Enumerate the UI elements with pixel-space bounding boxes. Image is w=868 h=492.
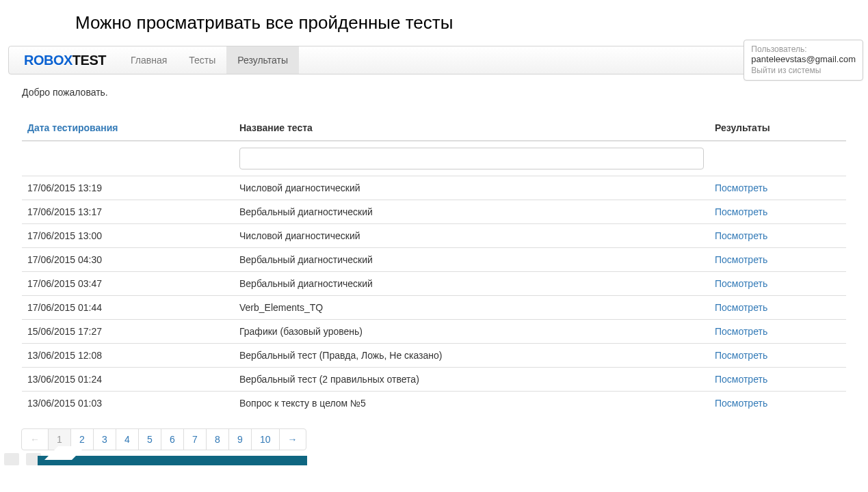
view-link[interactable]: Посмотреть xyxy=(715,230,767,241)
user-label: Пользователь: xyxy=(751,44,856,54)
welcome-text: Добро пожаловать. xyxy=(22,87,846,98)
cell-date: 17/06/2015 01:44 xyxy=(22,296,234,320)
cell-result: Посмотреть xyxy=(709,344,846,368)
cell-name: Вербальный тест (Правда, Ложь, Не сказан… xyxy=(234,344,709,368)
cell-name: Числовой диагностический xyxy=(234,176,709,200)
results-table: Дата тестирования Название теста Результ… xyxy=(22,115,846,415)
cell-name: Графики (базовый уровень) xyxy=(234,320,709,344)
view-link[interactable]: Посмотреть xyxy=(715,254,767,265)
cell-date: 17/06/2015 03:47 xyxy=(22,272,234,296)
view-link[interactable]: Посмотреть xyxy=(715,278,767,289)
logo-part1: ROBOX xyxy=(24,53,73,68)
page-3[interactable]: 3 xyxy=(93,428,116,450)
cell-date: 17/06/2015 13:00 xyxy=(22,224,234,248)
cell-name: Вопрос к тексту в целом №5 xyxy=(234,392,709,415)
page-prev: ← xyxy=(21,428,49,450)
navbar: ROBOXTEST ГлавнаяТестыРезультаты Пользов… xyxy=(8,46,860,74)
cell-name: Verb_Elements_TQ xyxy=(234,296,709,320)
cell-date: 17/06/2015 13:19 xyxy=(22,176,234,200)
user-box: Пользователь: panteleevstas@gmail.com Вы… xyxy=(744,40,863,81)
slide-decoration xyxy=(0,453,868,465)
page-6[interactable]: 6 xyxy=(161,428,184,450)
cell-result: Посмотреть xyxy=(709,176,846,200)
view-link[interactable]: Посмотреть xyxy=(715,326,767,337)
logout-link[interactable]: Выйти из системы xyxy=(751,64,856,75)
page-10[interactable]: 10 xyxy=(251,428,280,450)
user-email: panteleevstas@gmail.com xyxy=(751,54,856,64)
table-row: 17/06/2015 03:47Вербальный диагностическ… xyxy=(22,272,846,296)
nav-items: ГлавнаяТестыРезультаты xyxy=(120,46,299,74)
table-row: 15/06/2015 17:27Графики (базовый уровень… xyxy=(22,320,846,344)
table-row: 17/06/2015 01:44Verb_Elements_TQПосмотре… xyxy=(22,296,846,320)
page-next[interactable]: → xyxy=(279,428,306,450)
cell-name: Числовой диагностический xyxy=(234,224,709,248)
cell-result: Посмотреть xyxy=(709,272,846,296)
table-row: 17/06/2015 13:17Вербальный диагностическ… xyxy=(22,200,846,224)
view-link[interactable]: Посмотреть xyxy=(715,398,767,409)
page-8[interactable]: 8 xyxy=(206,428,229,450)
table-row: 13/06/2015 12:08Вербальный тест (Правда,… xyxy=(22,344,846,368)
nav-link-0[interactable]: Главная xyxy=(120,46,178,74)
cell-date: 13/06/2015 01:03 xyxy=(22,392,234,415)
view-link[interactable]: Посмотреть xyxy=(715,350,767,361)
view-link[interactable]: Посмотреть xyxy=(715,206,767,217)
col-header-name: Название теста xyxy=(234,115,709,141)
cell-result: Посмотреть xyxy=(709,320,846,344)
cell-result: Посмотреть xyxy=(709,368,846,392)
nav-link-1[interactable]: Тесты xyxy=(178,46,226,74)
cell-date: 17/06/2015 04:30 xyxy=(22,248,234,272)
nav-link-2[interactable]: Результаты xyxy=(226,46,299,74)
cell-name: Вербальный диагностический xyxy=(234,272,709,296)
view-link[interactable]: Посмотреть xyxy=(715,182,767,193)
pagination: ←12345678910→ xyxy=(22,428,846,450)
cell-date: 13/06/2015 01:24 xyxy=(22,368,234,392)
cell-result: Посмотреть xyxy=(709,296,846,320)
page-5[interactable]: 5 xyxy=(138,428,161,450)
decor-icon xyxy=(4,453,19,465)
cell-name: Вербальный диагностический xyxy=(234,248,709,272)
cell-result: Посмотреть xyxy=(709,248,846,272)
cell-result: Посмотреть xyxy=(709,224,846,248)
cell-date: 13/06/2015 12:08 xyxy=(22,344,234,368)
cell-name: Вербальный тест (2 правильных ответа) xyxy=(234,368,709,392)
cell-result: Посмотреть xyxy=(709,392,846,415)
page-9[interactable]: 9 xyxy=(228,428,252,450)
view-link[interactable]: Посмотреть xyxy=(715,302,767,313)
cell-result: Посмотреть xyxy=(709,200,846,224)
page-4[interactable]: 4 xyxy=(116,428,139,450)
page-7[interactable]: 7 xyxy=(183,428,207,450)
view-link[interactable]: Посмотреть xyxy=(715,374,767,385)
logo[interactable]: ROBOXTEST xyxy=(9,53,120,68)
cell-date: 17/06/2015 13:17 xyxy=(22,200,234,224)
table-row: 17/06/2015 04:30Вербальный диагностическ… xyxy=(22,248,846,272)
cell-name: Вербальный диагностический xyxy=(234,200,709,224)
filter-row xyxy=(22,141,846,176)
col-header-result: Результаты xyxy=(709,115,846,141)
table-row: 13/06/2015 01:03Вопрос к тексту в целом … xyxy=(22,392,846,415)
logo-part2: TEST xyxy=(73,53,106,68)
page-title: Можно просматривать все пройденные тесты xyxy=(0,0,868,46)
table-row: 17/06/2015 13:00Числовой диагностический… xyxy=(22,224,846,248)
table-row: 13/06/2015 01:24Вербальный тест (2 прави… xyxy=(22,368,846,392)
cell-date: 15/06/2015 17:27 xyxy=(22,320,234,344)
filter-input-name[interactable] xyxy=(239,148,704,169)
table-row: 17/06/2015 13:19Числовой диагностический… xyxy=(22,176,846,200)
col-header-date[interactable]: Дата тестирования xyxy=(22,115,234,141)
